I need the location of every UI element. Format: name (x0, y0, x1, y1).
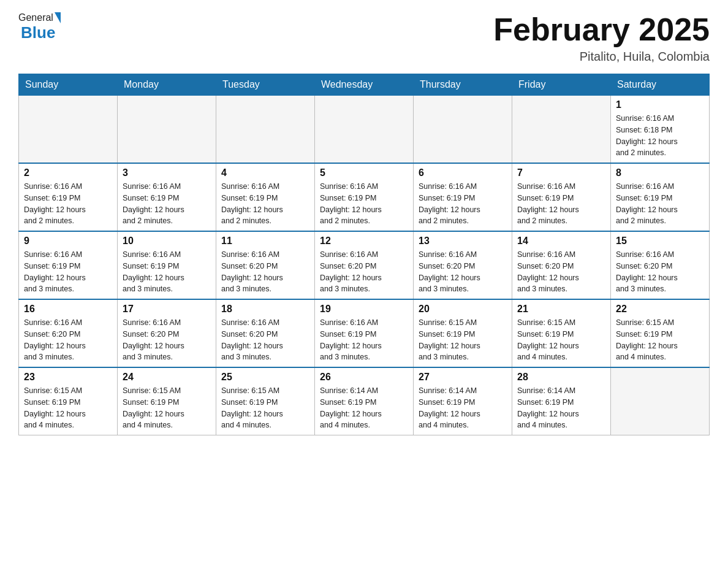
calendar-day-cell: 8Sunrise: 6:16 AM Sunset: 6:19 PM Daylig… (611, 163, 710, 231)
day-number: 7 (517, 167, 605, 178)
day-of-week-header: Monday (118, 74, 216, 96)
day-info: Sunrise: 6:15 AM Sunset: 6:19 PM Dayligh… (616, 317, 704, 363)
day-number: 23 (24, 372, 112, 383)
day-of-week-header: Saturday (611, 74, 710, 96)
day-number: 2 (24, 167, 112, 178)
calendar-day-cell (118, 96, 216, 164)
calendar-day-cell (19, 96, 118, 164)
title-block: February 2025 Pitalito, Huila, Colombia (493, 12, 710, 64)
calendar-day-cell: 3Sunrise: 6:16 AM Sunset: 6:19 PM Daylig… (118, 163, 216, 231)
day-info: Sunrise: 6:16 AM Sunset: 6:20 PM Dayligh… (221, 249, 309, 295)
day-number: 18 (221, 304, 309, 315)
calendar-day-cell: 19Sunrise: 6:16 AM Sunset: 6:19 PM Dayli… (315, 299, 414, 367)
calendar-day-cell: 23Sunrise: 6:15 AM Sunset: 6:19 PM Dayli… (19, 367, 118, 435)
calendar-day-cell: 27Sunrise: 6:14 AM Sunset: 6:19 PM Dayli… (414, 367, 512, 435)
day-info: Sunrise: 6:16 AM Sunset: 6:20 PM Dayligh… (221, 317, 309, 363)
day-number: 27 (419, 372, 507, 383)
day-number: 28 (517, 372, 605, 383)
day-number: 4 (221, 167, 309, 178)
calendar-day-cell (315, 96, 414, 164)
day-number: 16 (24, 304, 112, 315)
calendar-day-cell: 12Sunrise: 6:16 AM Sunset: 6:20 PM Dayli… (315, 231, 414, 299)
day-number: 13 (419, 236, 507, 247)
day-number: 3 (123, 167, 211, 178)
calendar-day-cell: 22Sunrise: 6:15 AM Sunset: 6:19 PM Dayli… (611, 299, 710, 367)
day-info: Sunrise: 6:15 AM Sunset: 6:19 PM Dayligh… (517, 317, 605, 363)
day-info: Sunrise: 6:15 AM Sunset: 6:19 PM Dayligh… (123, 385, 211, 431)
calendar-week-row: 16Sunrise: 6:16 AM Sunset: 6:20 PM Dayli… (19, 299, 710, 367)
calendar-day-cell: 2Sunrise: 6:16 AM Sunset: 6:19 PM Daylig… (19, 163, 118, 231)
day-number: 6 (419, 167, 507, 178)
calendar-day-cell: 1Sunrise: 6:16 AM Sunset: 6:18 PM Daylig… (611, 96, 710, 164)
page-header: General Blue February 2025 Pitalito, Hui… (18, 12, 710, 64)
calendar-header-row: SundayMondayTuesdayWednesdayThursdayFrid… (19, 74, 710, 96)
day-number: 19 (320, 304, 408, 315)
calendar-day-cell (611, 367, 710, 435)
logo-blue-text: Blue (21, 23, 62, 42)
day-info: Sunrise: 6:16 AM Sunset: 6:20 PM Dayligh… (517, 249, 605, 295)
calendar-day-cell: 17Sunrise: 6:16 AM Sunset: 6:20 PM Dayli… (118, 299, 216, 367)
day-number: 26 (320, 372, 408, 383)
calendar-day-cell: 18Sunrise: 6:16 AM Sunset: 6:20 PM Dayli… (216, 299, 315, 367)
day-of-week-header: Friday (512, 74, 611, 96)
month-title: February 2025 (493, 12, 710, 47)
calendar-day-cell: 5Sunrise: 6:16 AM Sunset: 6:19 PM Daylig… (315, 163, 414, 231)
logo: General Blue (18, 12, 62, 42)
day-info: Sunrise: 6:16 AM Sunset: 6:20 PM Dayligh… (320, 249, 408, 295)
calendar-day-cell (216, 96, 315, 164)
day-info: Sunrise: 6:14 AM Sunset: 6:19 PM Dayligh… (517, 385, 605, 431)
day-info: Sunrise: 6:16 AM Sunset: 6:19 PM Dayligh… (616, 181, 704, 227)
calendar-day-cell: 25Sunrise: 6:15 AM Sunset: 6:19 PM Dayli… (216, 367, 315, 435)
day-info: Sunrise: 6:14 AM Sunset: 6:19 PM Dayligh… (419, 385, 507, 431)
calendar-week-row: 2Sunrise: 6:16 AM Sunset: 6:19 PM Daylig… (19, 163, 710, 231)
day-number: 10 (123, 236, 211, 247)
day-info: Sunrise: 6:15 AM Sunset: 6:19 PM Dayligh… (24, 385, 112, 431)
calendar-day-cell: 4Sunrise: 6:16 AM Sunset: 6:19 PM Daylig… (216, 163, 315, 231)
calendar-day-cell: 13Sunrise: 6:16 AM Sunset: 6:20 PM Dayli… (414, 231, 512, 299)
day-of-week-header: Wednesday (315, 74, 414, 96)
calendar-week-row: 9Sunrise: 6:16 AM Sunset: 6:19 PM Daylig… (19, 231, 710, 299)
day-info: Sunrise: 6:16 AM Sunset: 6:19 PM Dayligh… (123, 181, 211, 227)
day-info: Sunrise: 6:16 AM Sunset: 6:18 PM Dayligh… (616, 113, 704, 159)
day-info: Sunrise: 6:16 AM Sunset: 6:19 PM Dayligh… (419, 181, 507, 227)
logo-general-text: General (18, 12, 53, 23)
day-info: Sunrise: 6:15 AM Sunset: 6:19 PM Dayligh… (419, 317, 507, 363)
day-info: Sunrise: 6:16 AM Sunset: 6:19 PM Dayligh… (517, 181, 605, 227)
calendar-day-cell (414, 96, 512, 164)
day-info: Sunrise: 6:16 AM Sunset: 6:19 PM Dayligh… (320, 181, 408, 227)
day-info: Sunrise: 6:15 AM Sunset: 6:19 PM Dayligh… (221, 385, 309, 431)
day-number: 15 (616, 236, 704, 247)
day-of-week-header: Sunday (19, 74, 118, 96)
day-number: 1 (616, 99, 704, 110)
location-text: Pitalito, Huila, Colombia (493, 50, 710, 64)
day-info: Sunrise: 6:16 AM Sunset: 6:19 PM Dayligh… (320, 317, 408, 363)
calendar-day-cell: 10Sunrise: 6:16 AM Sunset: 6:19 PM Dayli… (118, 231, 216, 299)
day-number: 11 (221, 236, 309, 247)
calendar-day-cell: 21Sunrise: 6:15 AM Sunset: 6:19 PM Dayli… (512, 299, 611, 367)
calendar-day-cell: 7Sunrise: 6:16 AM Sunset: 6:19 PM Daylig… (512, 163, 611, 231)
calendar-week-row: 1Sunrise: 6:16 AM Sunset: 6:18 PM Daylig… (19, 96, 710, 164)
day-of-week-header: Thursday (414, 74, 512, 96)
day-info: Sunrise: 6:16 AM Sunset: 6:19 PM Dayligh… (24, 249, 112, 295)
day-number: 22 (616, 304, 704, 315)
calendar-day-cell (512, 96, 611, 164)
day-number: 14 (517, 236, 605, 247)
day-number: 12 (320, 236, 408, 247)
calendar-day-cell: 20Sunrise: 6:15 AM Sunset: 6:19 PM Dayli… (414, 299, 512, 367)
day-of-week-header: Tuesday (216, 74, 315, 96)
day-info: Sunrise: 6:16 AM Sunset: 6:20 PM Dayligh… (419, 249, 507, 295)
day-info: Sunrise: 6:16 AM Sunset: 6:20 PM Dayligh… (123, 317, 211, 363)
calendar-day-cell: 9Sunrise: 6:16 AM Sunset: 6:19 PM Daylig… (19, 231, 118, 299)
day-number: 17 (123, 304, 211, 315)
calendar-day-cell: 28Sunrise: 6:14 AM Sunset: 6:19 PM Dayli… (512, 367, 611, 435)
calendar-day-cell: 24Sunrise: 6:15 AM Sunset: 6:19 PM Dayli… (118, 367, 216, 435)
calendar-week-row: 23Sunrise: 6:15 AM Sunset: 6:19 PM Dayli… (19, 367, 710, 435)
calendar-table: SundayMondayTuesdayWednesdayThursdayFrid… (18, 74, 710, 435)
day-number: 8 (616, 167, 704, 178)
day-number: 24 (123, 372, 211, 383)
day-number: 21 (517, 304, 605, 315)
day-info: Sunrise: 6:16 AM Sunset: 6:19 PM Dayligh… (24, 181, 112, 227)
calendar-day-cell: 6Sunrise: 6:16 AM Sunset: 6:19 PM Daylig… (414, 163, 512, 231)
logo-arrow-icon (55, 12, 61, 23)
day-info: Sunrise: 6:16 AM Sunset: 6:19 PM Dayligh… (123, 249, 211, 295)
